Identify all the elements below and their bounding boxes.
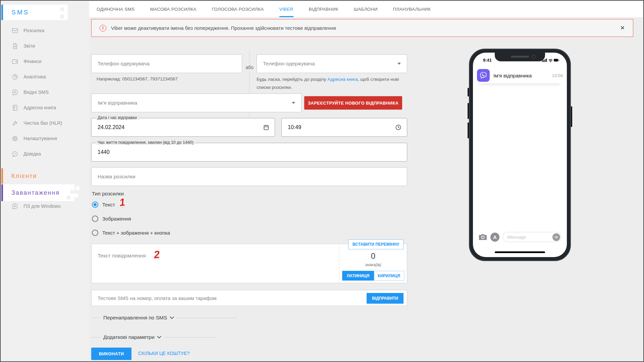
- cyrillic-button[interactable]: КИРИЛИЦЯ: [374, 271, 404, 281]
- sidebar-item-zvity[interactable]: Звіти: [1, 39, 89, 53]
- phone-preview: 9:41 Ім'я відправника: [469, 49, 571, 261]
- clock-icon[interactable]: [395, 124, 401, 131]
- execute-button[interactable]: ВИКОНАТИ: [91, 348, 131, 360]
- test-sms-input[interactable]: [92, 290, 407, 306]
- radio-icon[interactable]: [92, 230, 98, 236]
- volume-down-button: [468, 122, 469, 138]
- hint-prefix: Будь ласка, перейдіть до розділу: [257, 77, 327, 82]
- sms-redirect-section[interactable]: Перенаправлення по SMS: [91, 315, 237, 321]
- send-test-button[interactable]: ВІДПРАВИТИ: [367, 293, 404, 304]
- brand-accent-bar: [1, 5, 3, 20]
- radio-icon[interactable]: [92, 216, 98, 222]
- message-ttl-field[interactable]: Час життя повідомлення, хвилин (від 10 д…: [91, 143, 407, 162]
- chevron-down-icon: [157, 334, 161, 339]
- tab-templates[interactable]: ШАБЛОНИ: [354, 1, 378, 17]
- send-time-field[interactable]: 10:49: [281, 118, 407, 137]
- home-indicator: [495, 251, 545, 253]
- tab-single-sms[interactable]: ОДИНОЧНА SMS: [97, 1, 135, 17]
- test-sms-field: ВІДПРАВИТИ: [91, 290, 407, 306]
- notification-sender: Ім'я відправника: [493, 73, 532, 78]
- volume-up-button: [468, 103, 469, 119]
- radio-option-text-image-button[interactable]: Текст + зображення + кнопка: [92, 228, 170, 237]
- sidebar-item-vhidni-sms[interactable]: Вхідні SMS: [1, 85, 89, 99]
- chevron-down-icon: [170, 315, 174, 319]
- sidebar-item-nalashtuvannya[interactable]: Налаштування: [1, 132, 89, 145]
- radio-option-text[interactable]: Текст: [92, 200, 115, 209]
- pixel-decor: [76, 186, 79, 190]
- tab-scheduler[interactable]: ПЛАНУВАЛЬНИК: [393, 1, 431, 17]
- sidebar-item-windows-app[interactable]: ПЗ для Windows: [1, 199, 89, 213]
- address-book-icon: [11, 104, 18, 111]
- sidebar-item-label: Чистка баз (HLR): [23, 120, 62, 126]
- address-book-link[interactable]: Адресна книга: [327, 77, 358, 82]
- sidebar-item-adresna-knyga[interactable]: Адресна книга: [1, 101, 89, 114]
- send-date-field[interactable]: Дата і час відправки 24.02.2024: [91, 118, 275, 137]
- voice-memo-icon[interactable]: [552, 233, 560, 241]
- sidebar-item-label: Фінанси: [23, 59, 42, 64]
- status-icons: [542, 58, 559, 62]
- tab-voice-mailing[interactable]: ГОЛОСОВА РОЗСИЛКА: [212, 1, 264, 17]
- recipient-phone-input[interactable]: [92, 55, 242, 73]
- char-count: 0: [339, 251, 407, 261]
- sidebar-item-hlr[interactable]: Чистка баз (HLR): [1, 116, 89, 130]
- additional-params-section[interactable]: Додаткові параметри: [91, 334, 216, 340]
- radio-option-image[interactable]: Зображення: [92, 214, 131, 223]
- report-icon: [11, 43, 18, 50]
- gear-icon: [11, 135, 18, 142]
- radio-icon[interactable]: [92, 201, 98, 208]
- campaign-name-input[interactable]: [92, 168, 407, 186]
- latin-button[interactable]: ЛАТИНИЦЯ: [342, 271, 374, 281]
- camera-icon[interactable]: [478, 233, 487, 241]
- imessage-input[interactable]: iMessage: [502, 232, 561, 242]
- tab-mass-mailing[interactable]: МАСОВА РОЗСИЛКА: [150, 1, 196, 17]
- recipient-list-select[interactable]: Телефон одержувача: [257, 54, 407, 73]
- sidebar-item-label: Аналітика: [23, 74, 46, 79]
- char-count-label: знака(ів): [339, 262, 407, 267]
- radio-label: Зображення: [102, 216, 131, 222]
- appstore-icon[interactable]: [490, 233, 499, 242]
- send-date-value: 24.02.2024: [98, 124, 124, 130]
- sender-name-select[interactable]: Ім'я відправника: [91, 94, 302, 112]
- message-text-box[interactable]: Текст повідомлення 2 ВСТАВИТИ ПЕРЕМІННУ …: [91, 244, 407, 283]
- pixel-decor: [70, 190, 74, 194]
- clients-accent-bar: [1, 168, 3, 184]
- close-icon[interactable]: ✕: [620, 24, 625, 32]
- sidebar-item-rozsylka[interactable]: Розсилка: [1, 24, 89, 37]
- power-button: [571, 106, 572, 127]
- pixel-decor: [60, 15, 64, 18]
- pixel-decor: [57, 15, 60, 18]
- status-time: 9:41: [483, 58, 492, 63]
- viber-notification[interactable]: Ім'я відправника 13:04: [477, 67, 563, 83]
- sidebar-item-dovidka[interactable]: ? Довідка: [1, 147, 89, 161]
- register-sender-button[interactable]: ЗАРЕЄСТРУЙТЕ НОВОГО ВІДПРАВНИКА: [304, 96, 402, 110]
- help-icon: ?: [11, 150, 18, 158]
- chevron-down-icon: [397, 63, 401, 65]
- additional-params-label: Додаткові параметри: [103, 334, 154, 340]
- tab-viber[interactable]: VIBER: [279, 1, 293, 17]
- alert-icon: !: [100, 25, 106, 32]
- tab-sender[interactable]: ВІДПРАВНИК: [309, 1, 338, 17]
- message-ttl-value: 1440: [98, 149, 110, 155]
- viber-warning-banner: ! Viber може деактивувати імена без попе…: [91, 19, 633, 37]
- divider-line: [91, 318, 100, 318]
- insert-variable-button[interactable]: ВСТАВИТИ ПЕРЕМІННУ: [348, 239, 404, 249]
- imessage-placeholder: iMessage: [507, 235, 526, 240]
- calendar-icon[interactable]: [263, 124, 269, 131]
- notification-time: 13:04: [552, 73, 563, 78]
- divider-line: [91, 337, 100, 338]
- send-date-label: Дата і час відправки: [96, 115, 139, 120]
- sidebar-section-downloads[interactable]: Завантаження: [1, 184, 74, 201]
- sidebar-item-analityka[interactable]: Аналітика: [1, 70, 89, 83]
- annotation-step-1: 1: [119, 196, 126, 209]
- sidebar-item-label: Розсилка: [23, 28, 44, 33]
- chevron-down-icon: [292, 102, 295, 104]
- wrench-icon: [11, 120, 18, 127]
- imessage-bar: iMessage: [478, 232, 561, 242]
- mailing-type-label: Тип розсилки: [92, 191, 124, 197]
- or-label: або: [245, 63, 255, 71]
- cost-link[interactable]: СКІЛЬКИ ЦЕ КОШТУЄ?: [138, 351, 190, 356]
- sidebar-section-clients[interactable]: Клієнти: [1, 168, 89, 184]
- address-book-hint: Будь ласка, перейдіть до розділу Адресна…: [257, 75, 406, 91]
- sidebar-item-finansy[interactable]: Фінанси: [1, 55, 89, 68]
- mute-switch: [468, 88, 469, 97]
